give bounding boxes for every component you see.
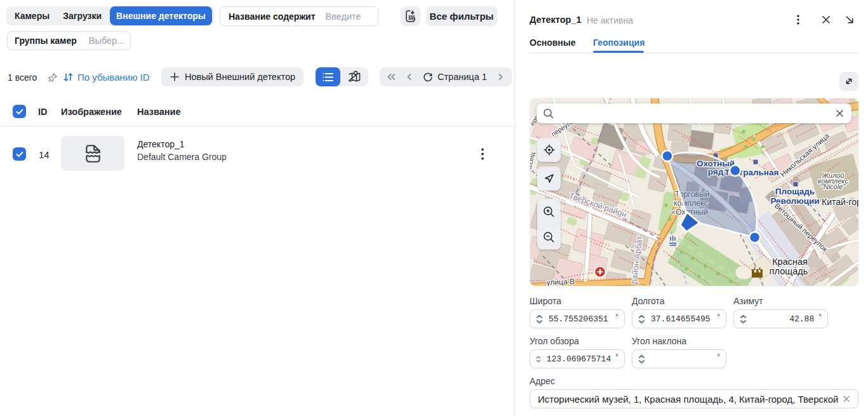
svg-text:Красная: Красная (772, 257, 808, 267)
svg-text:Китай-город: Китай-город (822, 197, 858, 207)
svg-text:"Nicole": "Nicole" (821, 183, 846, 191)
svg-text:Площадь: Площадь (775, 187, 815, 196)
svg-text:улица В: улица В (546, 277, 575, 286)
svg-text:площадь: площадь (770, 266, 808, 276)
svg-text:ряд: ряд (708, 167, 724, 177)
